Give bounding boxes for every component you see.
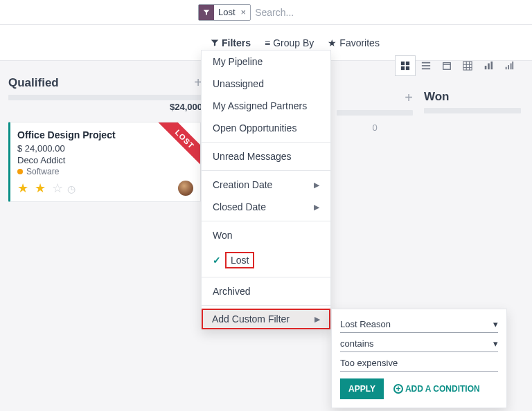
svg-rect-1 [406,62,409,65]
view-switcher [395,55,520,76]
list-icon: ≡ [265,37,270,48]
tab-label: Filters [222,37,251,48]
svg-rect-18 [508,65,509,69]
filter-unassigned[interactable]: Unassigned [202,73,330,95]
filter-add-custom[interactable]: Add Custom Filter▶ [202,309,330,329]
stage-mid: + 0 [337,90,413,133]
priority-stars[interactable]: ★ ★ ☆◷ [17,181,193,196]
filter-lost[interactable]: ✓Lost [202,246,330,274]
chip-remove-icon[interactable]: × [240,7,251,17]
view-kanban-icon[interactable] [395,55,416,76]
avatar[interactable] [178,181,193,196]
opportunity-card[interactable]: LOST Office Design Project $ 24,000.00 D… [8,122,201,202]
filter-archived[interactable]: Archived [202,280,330,302]
filter-value-input[interactable]: Too expensive [340,355,498,372]
search-input[interactable]: Search... [255,7,294,18]
stage-amount: $24,000 [170,102,202,112]
stage-amount: 0 [337,122,413,133]
svg-rect-9 [463,62,472,70]
chip-label: Lost [214,7,240,17]
chevron-right-icon: ▶ [314,203,319,212]
chevron-right-icon: ▶ [314,315,320,324]
svg-rect-16 [491,62,493,69]
view-calendar-icon[interactable] [436,55,457,76]
custom-filter-panel: Lost Reason▾ contains▾ Too expensive APP… [331,309,507,408]
apply-button[interactable]: APPLY [340,378,384,399]
svg-rect-7 [443,63,451,70]
svg-rect-19 [511,64,512,70]
svg-rect-4 [422,62,430,64]
funnel-icon [211,39,219,47]
filter-unread[interactable]: Unread Messages [202,145,330,167]
view-pivot-icon[interactable] [457,55,478,76]
clock-icon: ◷ [67,183,77,194]
add-condition-button[interactable]: +ADD A CONDITION [393,384,480,394]
stage-won: Won [424,90,521,113]
check-icon: ✓ [213,255,221,266]
stage-qualified: Qualified + $24,000 LOST Office Design P… [8,75,202,202]
filter-my-partners[interactable]: My Assigned Partners [202,95,330,117]
filter-won[interactable]: Won [202,224,330,246]
filter-operator-select[interactable]: contains▾ [340,336,498,352]
filter-my-pipeline[interactable]: My Pipeline [202,51,330,73]
funnel-icon [199,5,214,20]
filter-creation-date[interactable]: Creation Date▶ [202,174,330,196]
filters-dropdown: My Pipeline Unassigned My Assigned Partn… [201,50,331,330]
svg-rect-5 [422,65,430,66]
filter-open-opps[interactable]: Open Opportunities [202,117,330,139]
view-cohort-icon[interactable] [499,55,520,76]
stage-progress-bar [337,110,413,116]
svg-rect-17 [506,67,507,70]
svg-rect-14 [485,66,487,69]
caret-down-icon: ▾ [493,338,498,349]
svg-rect-0 [401,62,405,65]
stage-title: Won [424,90,450,104]
svg-rect-6 [422,68,430,70]
svg-rect-15 [488,64,490,70]
star-icon: ★ [328,37,337,48]
tab-label: Favorites [339,37,380,48]
stage-progress-bar [424,108,521,113]
svg-rect-3 [406,66,409,70]
svg-rect-2 [401,66,405,70]
plus-circle-icon: + [393,384,403,394]
filter-field-select[interactable]: Lost Reason▾ [340,316,498,333]
card-amount: $ 24,000.00 [17,143,193,154]
stage-title: Qualified [8,76,59,90]
tag-dot-icon [17,169,23,174]
svg-rect-20 [512,62,513,69]
filter-chip-lost[interactable]: Lost × [198,4,251,21]
card-customer: Deco Addict [17,155,193,165]
caret-down-icon: ▾ [493,319,498,329]
search-bar: Lost × Search... [0,0,532,25]
card-tag: Software [17,167,193,176]
filter-closed-date[interactable]: Closed Date▶ [202,196,330,218]
view-list-icon[interactable] [416,55,436,76]
view-graph-icon[interactable] [478,55,499,76]
stage-progress-bar [8,95,202,100]
chevron-right-icon: ▶ [314,181,319,190]
tab-label: Group By [273,37,314,48]
add-card-icon[interactable]: + [405,90,413,106]
